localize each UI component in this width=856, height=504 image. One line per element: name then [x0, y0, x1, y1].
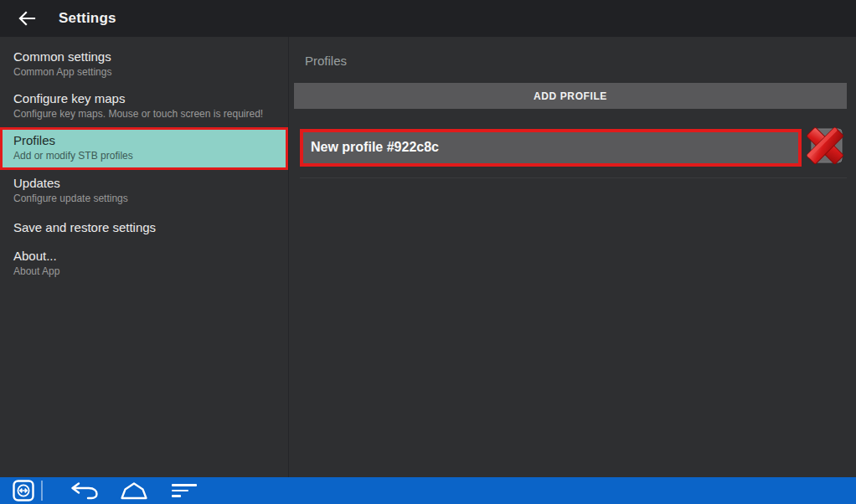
settings-sidebar: Common settings Common App settings Conf…: [0, 37, 289, 477]
sidebar-item-title: Save and restore settings: [13, 220, 275, 234]
sidebar-item-subtitle: Common App settings: [13, 67, 275, 78]
sidebar-item-title: Profiles: [13, 133, 275, 147]
list-divider: [300, 177, 847, 178]
nav-divider: [41, 481, 43, 501]
system-nav-bar: [0, 477, 856, 504]
sidebar-item-title: Updates: [13, 176, 275, 190]
sidebar-item-subtitle: Configure update settings: [13, 193, 275, 204]
sidebar-item-subtitle: Add or modify STB profiles: [13, 151, 275, 162]
recent-apps-lines: [172, 484, 197, 497]
app-bar: Settings: [0, 0, 856, 37]
sidebar-item-about[interactable]: About... About App: [0, 243, 288, 285]
nav-recent-apps-icon[interactable]: [172, 484, 197, 497]
sidebar-item-updates[interactable]: Updates Configure update settings: [0, 170, 288, 212]
sidebar-item-title: Configure key maps: [13, 91, 275, 105]
delete-profile-button[interactable]: [803, 125, 847, 170]
sidebar-item-configure-key-maps[interactable]: Configure key maps Configure key maps. M…: [0, 85, 288, 127]
sidebar-item-common-settings[interactable]: Common settings Common App settings: [0, 44, 288, 85]
red-cross-delete-icon: [803, 123, 847, 172]
back-arrow-icon[interactable]: [17, 8, 37, 28]
profiles-panel: Profiles ADD PROFILE New profile #922c8c: [289, 37, 856, 477]
sidebar-item-profiles[interactable]: Profiles Add or modify STB profiles: [0, 127, 288, 169]
main-area: Common settings Common App settings Conf…: [0, 37, 856, 477]
profile-row: New profile #922c8c: [300, 125, 847, 170]
sidebar-item-title: Common settings: [13, 49, 275, 64]
sidebar-item-save-restore[interactable]: Save and restore settings: [0, 212, 288, 243]
nav-home-icon[interactable]: [119, 481, 149, 500]
nav-back-icon[interactable]: [69, 481, 99, 500]
sidebar-item-subtitle: About App: [13, 266, 275, 277]
sidebar-item-title: About...: [13, 249, 275, 263]
teamviewer-icon[interactable]: [13, 480, 34, 501]
panel-header: Profiles: [305, 54, 847, 68]
add-profile-button[interactable]: ADD PROFILE: [294, 83, 847, 109]
profile-item[interactable]: New profile #922c8c: [300, 129, 802, 167]
sidebar-item-subtitle: Configure key maps. Mouse or touch scree…: [13, 109, 275, 120]
page-title: Settings: [59, 10, 116, 27]
